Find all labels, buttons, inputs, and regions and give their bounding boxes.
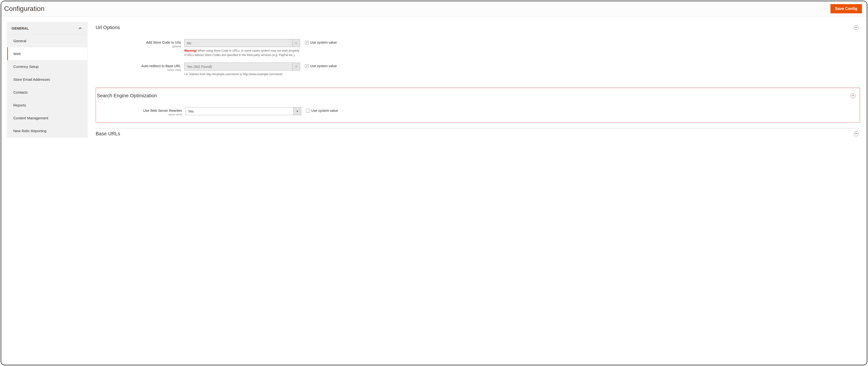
sidebar-item-store-email[interactable]: Store Email Addresses	[7, 73, 87, 86]
auto-redirect-select: Yes (302 Found)	[184, 63, 300, 71]
section-url-options: Url Options Add Store Code to Urls [glob…	[96, 22, 860, 87]
caret-down-icon	[292, 63, 300, 71]
page-header: Configuration Save Config	[1, 1, 867, 17]
sidebar-item-reports[interactable]: Reports	[7, 99, 87, 112]
sidebar-item-web[interactable]: Web	[7, 47, 87, 60]
checkbox-icon[interactable]	[306, 109, 310, 113]
section-header-base-urls[interactable]: Base URLs	[96, 129, 860, 139]
sidebar-item-content-mgmt[interactable]: Content Management	[7, 112, 87, 124]
section-title: Base URLs	[96, 131, 120, 137]
auto-redirect-hint: I.e. redirect from http://example.com/st…	[184, 72, 300, 76]
collapse-icon	[854, 132, 859, 136]
field-label: Auto-redirect to Base URL [store view]	[96, 63, 184, 71]
section-title: Search Engine Optimization	[97, 93, 157, 98]
rewrites-select[interactable]: Yes	[186, 107, 301, 115]
collapse-icon	[854, 25, 859, 30]
field-web-server-rewrites: Use Web Server Rewrites [store view] Yes	[97, 107, 857, 116]
section-seo: Search Engine Optimization Use Web Serve…	[96, 88, 860, 122]
sidebar-group-label: GENERAL	[11, 26, 29, 30]
rewrites-use-system[interactable]: Use system value	[306, 107, 338, 113]
store-code-select: No	[184, 39, 300, 47]
section-title: Url Options	[96, 25, 120, 30]
caret-down-icon	[293, 108, 301, 115]
sidebar-item-general[interactable]: General	[7, 34, 87, 47]
section-base-urls: Base URLs	[96, 129, 860, 139]
field-add-store-code: Add Store Code to Urls [global] No	[96, 39, 860, 57]
main-content: Url Options Add Store Code to Urls [glob…	[87, 17, 867, 365]
chevron-up-icon	[79, 27, 82, 30]
sidebar: GENERAL General Web Currency Setup Store…	[1, 17, 87, 365]
store-code-use-system[interactable]: Use system value	[305, 39, 337, 45]
checkbox-checked-icon[interactable]	[305, 41, 309, 45]
store-code-hint: Warning! When using Store Code in URLs, …	[184, 49, 300, 57]
section-header-url-options[interactable]: Url Options	[96, 22, 860, 33]
sidebar-item-currency-setup[interactable]: Currency Setup	[7, 60, 87, 73]
sidebar-item-contacts[interactable]: Contacts	[7, 86, 87, 99]
field-auto-redirect: Auto-redirect to Base URL [store view] Y…	[96, 63, 860, 76]
caret-down-icon	[292, 39, 300, 47]
section-header-seo[interactable]: Search Engine Optimization	[97, 90, 857, 101]
checkbox-checked-icon[interactable]	[305, 64, 309, 68]
sidebar-item-new-relic[interactable]: New Relic Reporting	[7, 124, 87, 137]
page-title: Configuration	[4, 5, 44, 12]
field-label: Add Store Code to Urls [global]	[96, 39, 184, 48]
sidebar-group-general[interactable]: GENERAL	[7, 23, 87, 34]
collapse-icon	[850, 93, 856, 98]
auto-redirect-use-system[interactable]: Use system value	[305, 63, 337, 68]
save-config-button[interactable]: Save Config	[831, 4, 862, 13]
field-label: Use Web Server Rewrites [store view]	[97, 107, 186, 116]
